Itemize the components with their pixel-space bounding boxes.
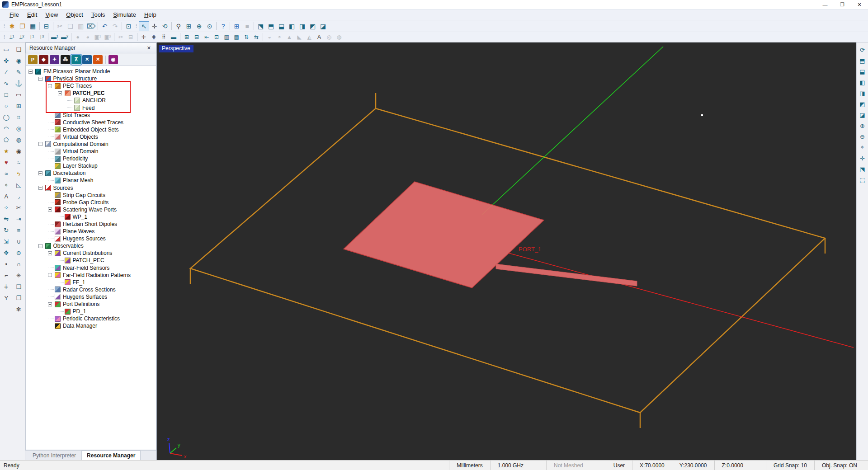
- circle2-tool[interactable]: ◎: [13, 123, 24, 134]
- tree-item-huygens-surfaces[interactable]: Huygens Surfaces: [26, 293, 156, 301]
- zoom-in-2-button[interactable]: ⊕: [858, 120, 868, 131]
- tree-item-strip-gap-circuits[interactable]: Strip Gap Circuits: [26, 192, 156, 199]
- lower-layer-2-button[interactable]: ⟙²: [37, 33, 47, 42]
- tree-item-conductive-sheet-traces[interactable]: Conductive Sheet Traces: [26, 119, 156, 126]
- tree-item-computational-domain[interactable]: Computational Domain: [26, 141, 156, 148]
- via-tool[interactable]: ◉: [13, 55, 24, 66]
- tree-item-far-field-radiation-patterns[interactable]: Far-Field Radiation Patterns: [26, 272, 156, 279]
- tree-item-virtual-objects[interactable]: Virtual Objects: [26, 133, 156, 141]
- zoom-fit-2-button[interactable]: ⌖: [858, 142, 868, 153]
- spiral-tool[interactable]: ◉: [13, 146, 24, 157]
- scale-object-tool[interactable]: ⇲: [1, 236, 12, 247]
- tree-item-port-definitions[interactable]: Port Definitions: [26, 301, 156, 308]
- tree-item-wp-1[interactable]: WP_1: [26, 213, 156, 221]
- select-rect-tool[interactable]: ▭: [1, 44, 12, 55]
- rows-button[interactable]: ▥: [222, 33, 231, 42]
- wireframe-toggle-button[interactable]: ⬚: [858, 174, 868, 185]
- orbit-tool-button[interactable]: ⟲: [160, 21, 170, 31]
- array-grid-button[interactable]: ⊞: [182, 33, 192, 42]
- context-help-button[interactable]: ?: [218, 21, 228, 31]
- trim-tool[interactable]: ✂: [13, 202, 24, 213]
- print-button[interactable]: ⊟: [41, 21, 52, 31]
- node-edit-tool[interactable]: ✜: [1, 55, 12, 66]
- tool-options[interactable]: ✻: [13, 304, 24, 315]
- perspective-toggle-button[interactable]: ⬔: [858, 164, 868, 174]
- tree-item-current-distributions[interactable]: Current Distributions: [26, 249, 156, 257]
- expand-collapse-toggle[interactable]: [48, 251, 52, 255]
- module-em-library[interactable]: P: [28, 55, 38, 64]
- raise-layer-1-button[interactable]: ⟘¹: [7, 33, 17, 42]
- module-em-ferma[interactable]: ✕: [93, 55, 103, 64]
- bolt-tool[interactable]: ϟ: [13, 168, 24, 179]
- script-editor-button[interactable]: ⊡: [123, 21, 134, 31]
- draw-polyline-tool[interactable]: ∿: [1, 78, 12, 89]
- expand-collapse-toggle[interactable]: [48, 207, 52, 212]
- chamfer-tool[interactable]: ◺: [13, 179, 24, 191]
- point-tool[interactable]: •: [1, 258, 12, 270]
- offset-tool[interactable]: ≡: [13, 225, 24, 236]
- tree-item-em-picasso-planar-module[interactable]: EM.Picasso: Planar Module: [26, 68, 156, 75]
- window-layout-button[interactable]: ⊞: [231, 21, 242, 31]
- expand-collapse-toggle[interactable]: [38, 142, 42, 146]
- menu-simulate[interactable]: Simulate: [109, 10, 140, 19]
- array-tool[interactable]: ⁘: [1, 202, 12, 213]
- ungroup-tool[interactable]: ❐: [13, 292, 24, 304]
- tree-item-physical-structure[interactable]: Physical Structure: [26, 75, 156, 82]
- columns-button[interactable]: ▤: [231, 33, 241, 42]
- expand-collapse-toggle[interactable]: [48, 302, 52, 306]
- ruler-button[interactable]: ▬: [169, 33, 179, 42]
- tree-item-layer-stackup[interactable]: Layer Stackup: [26, 162, 156, 169]
- snap-tool[interactable]: ⌗: [13, 112, 24, 123]
- tree-item-virtual-domain[interactable]: Virtual Domain: [26, 148, 156, 155]
- expand-collapse-toggle[interactable]: [28, 70, 33, 74]
- rotate-object-tool[interactable]: ↻: [1, 225, 12, 236]
- hatch-button[interactable]: ⋕: [149, 33, 159, 42]
- expand-collapse-toggle[interactable]: [38, 77, 42, 81]
- tree-item-hertzian-short-dipoles[interactable]: Hertzian Short Dipoles: [26, 221, 156, 228]
- tree-item-observables[interactable]: Observables: [26, 242, 156, 249]
- frame-button[interactable]: ⊡: [212, 33, 222, 42]
- view-left-button[interactable]: ◧: [287, 21, 297, 31]
- draw-heart-tool[interactable]: ♥: [1, 157, 12, 168]
- view-isometric-button[interactable]: ⬔: [255, 21, 266, 31]
- delete-button[interactable]: ⌦: [86, 21, 96, 31]
- draw-curve-tool[interactable]: ≈: [1, 168, 12, 179]
- menu-edit[interactable]: Edit: [23, 10, 41, 19]
- zoom-extents-button[interactable]: ⊙: [204, 21, 215, 31]
- align-left-button[interactable]: ⇤: [202, 33, 212, 42]
- expand-collapse-toggle[interactable]: [48, 273, 52, 277]
- tab-python-interpreter[interactable]: Python Interpreter: [27, 451, 81, 460]
- menu-help[interactable]: Help: [140, 10, 160, 19]
- draw-line-tool[interactable]: ∕: [1, 66, 12, 78]
- tree-item-slot-traces[interactable]: Slot Traces: [26, 112, 156, 119]
- tree-item-ff-1[interactable]: FF_1: [26, 279, 156, 286]
- corner-tool[interactable]: ⌐: [1, 270, 12, 281]
- draw-polygon-tool[interactable]: ⬠: [1, 134, 12, 146]
- union-tool[interactable]: ∪: [13, 236, 24, 247]
- expand-collapse-toggle[interactable]: [58, 91, 62, 95]
- lower-layer-1-button[interactable]: ⟙¹: [27, 33, 37, 42]
- draw-star-tool[interactable]: ★: [1, 146, 12, 157]
- close-icon[interactable]: ✕: [146, 45, 152, 51]
- module-em-terrano[interactable]: ⁂: [61, 55, 70, 64]
- module-em-illumina[interactable]: ✦: [50, 55, 59, 64]
- menu-object[interactable]: Object: [62, 10, 87, 19]
- tree-item-sources[interactable]: Sources: [26, 184, 156, 192]
- tree-item-radar-cross-sections[interactable]: Radar Cross Sections: [26, 286, 156, 293]
- view-top-button[interactable]: ⬒: [266, 21, 276, 31]
- snap-grid-button[interactable]: ✛: [139, 33, 149, 42]
- minimize-button[interactable]: —: [816, 0, 834, 9]
- view-bottom-button[interactable]: ⬓: [276, 21, 287, 31]
- tree-item-huygens-sources[interactable]: Huygens Sources: [26, 235, 156, 242]
- new-project-button[interactable]: ✱: [7, 21, 17, 31]
- tree-item-discretization[interactable]: Discretization: [26, 169, 156, 177]
- undo-button[interactable]: ↶: [99, 21, 110, 31]
- swap-vertical-button[interactable]: ⇅: [241, 33, 251, 42]
- tree-item-scattering-wave-ports[interactable]: Scattering Wave Ports: [26, 206, 156, 213]
- pencil-tool[interactable]: ✎: [13, 66, 24, 78]
- subtract-tool[interactable]: ⊖: [13, 247, 24, 258]
- explode-tool[interactable]: ✳: [13, 270, 24, 281]
- feed-line-object[interactable]: [496, 264, 637, 286]
- view-left-2-button[interactable]: ◧: [858, 77, 868, 88]
- pan-view-2-button[interactable]: ✛: [858, 153, 868, 164]
